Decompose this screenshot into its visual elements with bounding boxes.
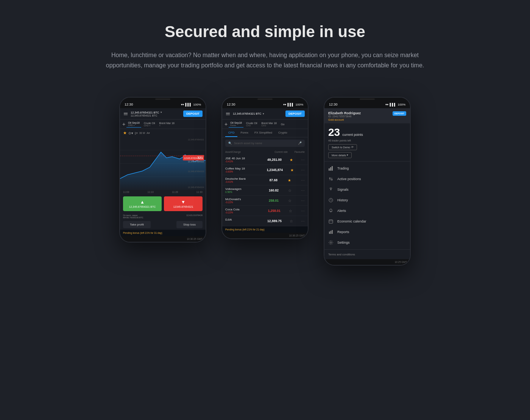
- star-cocacola[interactable]: ☆: [289, 209, 292, 213]
- svg-rect-20: [332, 230, 333, 234]
- market-tab-fx[interactable]: FX Simplified: [251, 129, 275, 137]
- sell-button-1[interactable]: ▼ 12345.87654321: [164, 196, 203, 211]
- market-row-coffee: Coffee May 18 -0.83% 1,2345,874 ★ ···: [222, 165, 308, 175]
- hamburger-icon-2[interactable]: [225, 112, 231, 116]
- market-header-2: Asset/Change Current rate Favourite: [222, 149, 308, 155]
- dots-coffee[interactable]: ···: [301, 168, 305, 172]
- signals-label: Signals: [337, 188, 349, 191]
- chart-yaxis-1: 12,345.87654321 12,345.87654322 12,345.8…: [188, 137, 204, 190]
- time-3: 12:30: [329, 103, 338, 106]
- wifi-icon-2: ▾▾: [283, 103, 286, 106]
- menu-item-alerts[interactable]: Alerts: [324, 205, 410, 216]
- price-small-1: 12,345.87654322: [188, 160, 204, 163]
- search-bar-2[interactable]: 🔍 Search asset by name 🎤: [225, 140, 305, 147]
- trade-buttons-1: ▲ 12,345.87654321 BTC ▼ 12345.87654321: [120, 194, 206, 213]
- reports-label: Reports: [337, 230, 349, 234]
- account-label-1: 12,345.87654321 BTC ▾: [131, 111, 162, 114]
- points-number-3: 23: [328, 126, 340, 138]
- time-1: 12:30: [125, 103, 133, 106]
- action-row-1: Take profit Stop loss: [120, 219, 206, 230]
- hamburger-icon-1[interactable]: [123, 112, 128, 116]
- market-tab-forex[interactable]: Forex: [237, 129, 251, 137]
- take-profit-button-1[interactable]: Take profit: [123, 221, 151, 228]
- points-sub-3: 46 trader points left: [328, 139, 406, 142]
- economic-calendar-label: Economic calendar: [337, 219, 366, 223]
- deposit-button-3[interactable]: DEPOSIT: [393, 111, 406, 116]
- svg-rect-7: [332, 166, 333, 171]
- refresh-icon-3: ⟳: [351, 146, 354, 149]
- dots-volkswagen[interactable]: ···: [301, 188, 305, 193]
- dots-jse[interactable]: ···: [301, 158, 305, 162]
- nav-bar-2: 12,345.87654321 BTC ▾ DEPOSIT: [222, 108, 308, 120]
- stop-loss-button-1[interactable]: Stop loss: [176, 221, 203, 228]
- price-highlight-1: 12345.87654321: [183, 155, 204, 160]
- battery-icon: 100%: [193, 103, 201, 106]
- market-tab-cfd[interactable]: CFD: [225, 129, 237, 137]
- history-label: History: [337, 198, 348, 202]
- chevron-down-icon-3: ▾: [347, 154, 348, 157]
- account-label-2: 12,345.87654321 BTC ▾: [233, 112, 264, 115]
- market-tab-crypto[interactable]: Crypto: [275, 129, 290, 137]
- nav-bar-1: 12,345.87654321 BTC ▾ 12,345.87654321 BT…: [120, 108, 206, 120]
- menu-item-economic-calendar[interactable]: Economic calendar: [324, 216, 410, 227]
- market-row-mcdonalds: McDonald's -0.22% 258.01 ☆ ···: [222, 196, 308, 206]
- tab-crude-1[interactable]: Crude Oil CFD ×: [142, 121, 157, 128]
- wifi-icon: ▾▾: [181, 103, 184, 106]
- menu-item-signals[interactable]: Signals: [324, 184, 410, 195]
- menu-list-3: Trading Active positions Signals: [324, 162, 410, 249]
- points-label-3: current points: [342, 133, 363, 137]
- signal-icon: ▌▌▌: [186, 103, 192, 106]
- star-volkswagen[interactable]: ☆: [288, 188, 292, 193]
- points-section-3: 23 current points 46 trader points left …: [324, 123, 410, 162]
- phone-2: 12:30 ▾▾ ▌▌▌ 100% 12,345.87654321 BTC: [221, 97, 309, 239]
- svg-point-8: [330, 189, 332, 190]
- tab-brent-2[interactable]: Brent Mar 18 CFD: [260, 121, 278, 128]
- dots-cocacola[interactable]: ···: [301, 209, 305, 213]
- star-djia[interactable]: ☆: [290, 219, 293, 223]
- terms-row-3[interactable]: Terms and conditions: [324, 249, 410, 259]
- status-bar-1: 12:30 ▾▾ ▌▌▌ 100%: [120, 101, 206, 108]
- add-tab-icon-2[interactable]: +: [224, 121, 228, 127]
- deposit-button-1[interactable]: DEPOSIT: [183, 110, 203, 117]
- chart-xaxis-1: 11:0011:1011:2011:30: [120, 190, 206, 194]
- tab-go-2[interactable]: Go: [279, 122, 286, 126]
- status-icons-3: ▾▾ ▌▌▌ 100%: [385, 103, 405, 106]
- user-name-3: Elizabeth Rodriguez: [328, 111, 361, 115]
- deposit-button-2[interactable]: DEPOSIT: [285, 110, 305, 117]
- star-coffee[interactable]: ★: [290, 168, 294, 172]
- svg-rect-14: [329, 220, 333, 223]
- signal-icon-3: ▌▌▌: [390, 103, 396, 106]
- tab-brent-1[interactable]: Brent Mar 18 ×: [158, 121, 176, 128]
- menu-item-trading[interactable]: Trading: [324, 163, 410, 174]
- dots-mcdonalds[interactable]: ···: [301, 199, 305, 203]
- pending-bar-1: Pending bonus (left 21% for 31 day): [120, 230, 206, 236]
- dots-djia[interactable]: ···: [301, 219, 305, 223]
- menu-item-settings[interactable]: Settings: [324, 237, 410, 248]
- search-placeholder-2: Search asset by name: [234, 142, 262, 145]
- more-details-button-3[interactable]: More details ▾: [328, 152, 352, 158]
- page-subtitle: Home, lunchtime or vacation? No matter w…: [95, 50, 435, 70]
- menu-item-reports[interactable]: Reports: [324, 227, 410, 237]
- star-jse[interactable]: ★: [290, 158, 293, 162]
- close-info-1: 12,421.01076428: [186, 214, 203, 219]
- star-mcdonalds[interactable]: ☆: [288, 199, 292, 203]
- phones-container: 12:30 ▾▾ ▌▌▌ 100% 12,345.87654321 BTC: [119, 97, 411, 266]
- tab-oil-1[interactable]: Oil Sep18 CFD ×: [126, 121, 141, 128]
- page-title: Secured and simple in use: [165, 23, 365, 41]
- menu-item-history[interactable]: History: [324, 195, 410, 205]
- mic-icon-2: 🎤: [298, 142, 302, 145]
- add-tab-icon-1[interactable]: +: [122, 121, 125, 127]
- demo-button-3[interactable]: Switch to Demo ⟳: [328, 144, 357, 150]
- phone-1: 12:30 ▾▾ ▌▌▌ 100% 12,345.87654321 BTC: [119, 97, 206, 243]
- buy-button-1[interactable]: ▲ 12,345.87654321 BTC: [123, 196, 162, 211]
- chart-toolbar-1: ★ ⊙▾ ||▾ 30 M A▾: [120, 129, 206, 137]
- menu-item-active-positions[interactable]: Active positions: [324, 174, 410, 184]
- clock-icon: [328, 198, 334, 203]
- tab-crude-2[interactable]: Crude Oil CFD: [245, 121, 259, 128]
- user-header-3: Elizabeth Rodriguez ID: 2341735573846 Go…: [324, 108, 410, 123]
- dots-deutsche[interactable]: ···: [301, 178, 305, 182]
- user-id-3: ID: 2341735573846: [328, 115, 361, 118]
- tab-oil-2[interactable]: Oil Sep18 Forex: [229, 121, 243, 128]
- bottom-time-3: 10:25 GMT: [324, 259, 410, 265]
- star-deutsche[interactable]: ★: [288, 178, 291, 182]
